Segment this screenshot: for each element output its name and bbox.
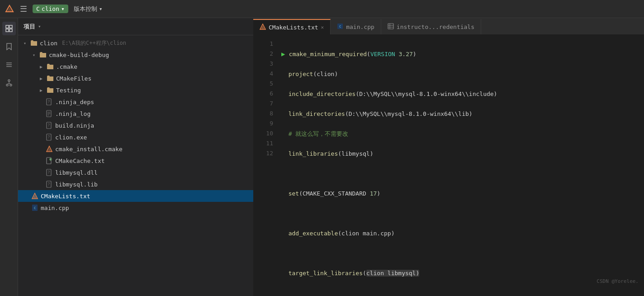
cmakefiles-label: CMakeFiles [56,75,91,82]
cmakelists-icon [31,192,39,200]
svg-rect-4 [6,29,9,32]
svg-text:?: ? [48,100,50,104]
version-control-button[interactable]: 版本控制 ▾ [74,5,103,13]
project-view-button[interactable] [2,22,16,35]
code-line-10: add_executable(clion main.cpp) [281,229,644,239]
file-tree-panel: 项目 ▾ ▾ clion E:\A我的C++程序\clion ▾ [18,18,253,296]
editor-area: CMakeLists.txt ✕ C main.cpp [253,18,644,296]
code-line-9 [281,209,644,219]
tab-main-cpp[interactable]: C main.cpp [331,19,381,34]
tree-cmake-build-debug[interactable]: ▾ cmake-build-debug [18,49,253,61]
tree-main-cpp[interactable]: C main.cpp [18,202,253,214]
root-path: E:\A我的C++程序\clion [62,39,126,47]
cmake-install-label: cmake_install.cmake [55,146,123,153]
libmysql-dll-label: libmysql.dll [55,169,98,176]
cmakefiles-arrow: ▶ [38,76,44,81]
code-line-4: link_directories(D:\\MySQL\\mysql-8.1.0-… [281,109,644,119]
tree-ninja-log[interactable]: .ninja_log [18,108,253,119]
svg-rect-43 [388,24,393,29]
tree-cmake-install[interactable]: cmake_install.cmake [18,143,253,155]
code-line-2: project(clion) [281,69,644,79]
main-cpp-tab-label: main.cpp [346,24,374,30]
svg-rect-5 [9,29,12,32]
root-folder-name: clion [40,40,57,47]
cmake-folder-arrow: ▶ [38,64,44,69]
code-editor[interactable]: ▶ cmake_minimum_required(VERSION 3.27) p… [277,35,644,296]
svg-point-11 [6,84,8,86]
code-line-12: target_link_libraries(clion libmysql) [281,268,644,278]
app-logo [5,4,14,14]
tab-instructor[interactable]: instructo...redentials [381,19,481,34]
svg-text:C: C [50,158,51,161]
code-line-3: include_directories(D:\\MySQL\\mysql-8.1… [281,89,644,99]
version-control-label: 版本控制 [74,5,97,13]
cmake-cache-label: CMakeCache.txt [55,158,105,164]
tree-libmysql-lib[interactable]: ? libmysql.lib [18,178,253,190]
cmake-install-icon [45,145,53,153]
root-arrow-icon: ▾ [22,41,28,46]
main-cpp-icon: C [31,204,39,211]
instructor-tab-label: instructo...redentials [397,24,474,30]
hamburger-icon[interactable]: ☰ [20,4,27,14]
cmake-tab-close[interactable]: ✕ [321,24,324,30]
svg-line-14 [7,83,9,84]
code-line-11 [281,248,644,258]
tree-ninja-deps[interactable]: ? .ninja_deps [18,96,253,108]
cmake-folder-icon [46,63,54,70]
cmakefiles-icon [46,75,54,81]
svg-rect-2 [6,25,9,28]
svg-point-12 [10,84,12,86]
build-ninja-label: build.ninja [55,122,94,129]
svg-text:C: C [339,25,341,29]
watermark: CSDN @Yorelee. [597,278,639,284]
instructor-tab-icon [388,23,394,31]
main-cpp-tab-icon: C [337,23,343,31]
libmysql-lib-icon: ? [45,181,53,188]
bookmark-button[interactable] [2,40,16,53]
svg-text:?: ? [48,171,50,175]
tree-cmakelists-txt[interactable]: CMakeLists.txt [18,190,253,202]
clion-exe-icon: ? [45,134,53,141]
tree-cmake-folder[interactable]: ▶ .cmake [18,61,253,72]
tree-cmakefiles-folder[interactable]: ▶ CMakeFiles [18,72,253,84]
git-button[interactable] [2,76,16,90]
main-content: 项目 ▾ ▾ clion E:\A我的C++程序\clion ▾ [0,18,644,296]
svg-text:?: ? [48,124,50,128]
app-dropdown-icon: ▾ [61,5,65,12]
app-switcher-button[interactable]: C clion ▾ [33,5,68,13]
tab-cmake[interactable]: CMakeLists.txt ✕ [253,19,331,34]
tree-libmysql-dll[interactable]: ? libmysql.dll [18,167,253,178]
libmysql-dll-icon: ? [45,169,53,176]
line-numbers: 1 2 3 4 5 6 7 8 9 10 11 12 [253,35,277,296]
main-cpp-label: main.cpp [41,205,69,211]
sidebar-icons [0,18,18,296]
toolbar: ☰ C clion ▾ 版本控制 ▾ [0,0,644,18]
tree-root-item[interactable]: ▾ clion E:\A我的C++程序\clion [18,37,253,49]
cmake-build-debug-arrow: ▾ [31,53,37,57]
code-line-5: # 就这么写，不需要改 [281,129,644,139]
cmake-build-debug-icon [39,52,47,58]
svg-text:?: ? [48,182,50,186]
version-dropdown-icon: ▾ [99,5,103,12]
run-marker: ▶ [281,50,289,57]
structure-button[interactable] [2,58,16,72]
root-folder-icon [30,40,38,46]
tree-testing-folder[interactable]: ▶ Testing [18,84,253,96]
ninja-deps-label: .ninja_deps [55,99,94,105]
tree-build-ninja[interactable]: ? build.ninja [18,119,253,131]
panel-header: 项目 ▾ [18,18,253,35]
file-tree: ▾ clion E:\A我的C++程序\clion ▾ cma [18,35,253,296]
clion-exe-label: clion.exe [55,134,87,141]
tree-cmake-cache[interactable]: C CMakeCache.txt [18,155,253,167]
testing-arrow: ▶ [38,88,44,93]
tree-clion-exe[interactable]: ? clion.exe [18,131,253,143]
ninja-deps-icon: ? [45,98,53,105]
panel-dropdown-icon[interactable]: ▾ [38,24,41,29]
app-name-label: clion [42,5,59,12]
panel-title: 项目 [24,23,35,31]
svg-line-15 [9,83,11,84]
cmake-folder-label: .cmake [56,63,77,70]
libmysql-lib-label: libmysql.lib [55,181,98,188]
svg-point-10 [8,80,10,81]
code-line-7 [281,169,644,179]
